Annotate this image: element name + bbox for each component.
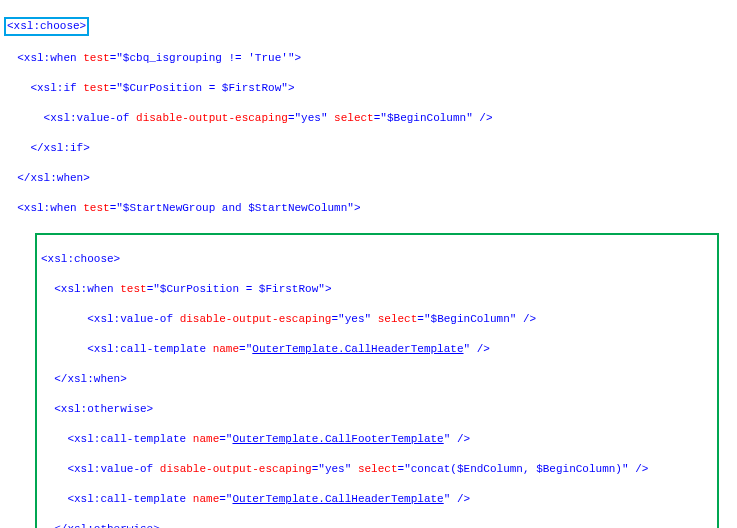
- attr-disable: disable-output-escaping: [129, 112, 287, 124]
- xsl-value-of: <xsl:value-of: [44, 112, 130, 124]
- xsl-choose-open: <xsl:choose>: [7, 20, 86, 32]
- attr-name: name: [206, 343, 239, 355]
- xsl-if-close: </xsl:if>: [30, 142, 89, 154]
- xsl-if: <xsl:if: [30, 82, 76, 94]
- val-startboth: "$StartNewGroup and $StartNewColumn": [116, 202, 354, 214]
- xsl-when-close: </xsl:when>: [17, 172, 90, 184]
- highlight-box-open: <xsl:choose>: [4, 17, 89, 36]
- attr-select: select: [328, 112, 374, 124]
- val-begincol: "$BeginColumn": [380, 112, 472, 124]
- val-callheader: OuterTemplate.CallHeaderTemplate: [252, 343, 463, 355]
- xslt-code: <xsl:choose> <xsl:when test="$cbq_isgrou…: [0, 0, 737, 528]
- xsl-otherwise-close: </xsl:otherwise>: [54, 523, 160, 528]
- val-concat: "concat($EndColumn, $BeginColumn)": [404, 463, 628, 475]
- val-curpos: "$CurPosition = $FirstRow": [116, 82, 288, 94]
- highlight-green-1: <xsl:choose> <xsl:when test="$CurPositio…: [35, 233, 719, 528]
- xsl-when: <xsl:when: [17, 52, 76, 64]
- val-callfooter: OuterTemplate.CallFooterTemplate: [232, 433, 443, 445]
- xsl-otherwise: <xsl:otherwise>: [54, 403, 153, 415]
- attr-test: test: [77, 52, 110, 64]
- xsl-call-template: <xsl:call-template: [87, 343, 206, 355]
- val-cbq: "$cbq_isgrouping != 'True'": [116, 52, 294, 64]
